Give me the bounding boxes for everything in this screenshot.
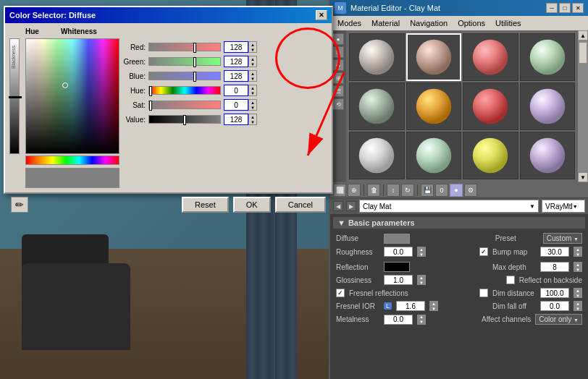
cancel-button[interactable]: Cancel xyxy=(275,197,326,213)
fresnel-ior-spinner[interactable]: ▲ ▼ xyxy=(429,301,438,311)
hue-slider[interactable] xyxy=(148,86,221,95)
affect-channels-dropdown[interactable]: Color only ▼ xyxy=(535,314,582,325)
material-type-dropdown[interactable]: VRayMtl ▼ xyxy=(542,200,585,213)
bump-map-input[interactable] xyxy=(540,247,569,257)
dim-dist-spinner-down[interactable]: ▼ xyxy=(574,293,582,298)
max-depth-spinner-down[interactable]: ▼ xyxy=(574,267,582,272)
preset-dropdown[interactable]: Custom ▼ xyxy=(543,233,582,244)
max-depth-spinner-up[interactable]: ▲ xyxy=(574,262,582,267)
sidebar-icon-2[interactable]: □ xyxy=(332,46,344,58)
sphere-cell-6[interactable] xyxy=(463,82,518,130)
toolbar-btn-2[interactable]: ⊕ xyxy=(348,184,361,197)
dim-falloff-spinner-up[interactable]: ▲ xyxy=(574,301,582,306)
fresnel-ior-spinner-down[interactable]: ▼ xyxy=(429,306,438,311)
sat-spinner-down[interactable]: ▼ xyxy=(249,105,256,110)
metalness-spinner-down[interactable]: ▼ xyxy=(417,320,426,325)
dim-falloff-spinner-down[interactable]: ▼ xyxy=(574,306,582,311)
toolbar-btn-delete[interactable]: 🗑 xyxy=(367,184,380,197)
sphere-cell-2[interactable] xyxy=(463,33,518,81)
glossiness-spinner[interactable]: ▲ ▼ xyxy=(417,275,426,285)
toolbar-btn-4[interactable]: ↻ xyxy=(401,184,414,197)
sphere-cell-10[interactable] xyxy=(463,132,518,179)
max-depth-spinner[interactable]: ▲ ▼ xyxy=(574,262,582,272)
metalness-input[interactable] xyxy=(384,315,413,325)
sat-input[interactable]: 0 xyxy=(224,99,248,111)
blue-slider[interactable] xyxy=(148,72,221,80)
menu-utilities[interactable]: Utilities xyxy=(491,18,525,28)
green-spinner-up[interactable]: ▲ xyxy=(249,56,256,61)
sphere-cell-7[interactable] xyxy=(520,82,576,130)
bump-map-spinner[interactable]: ▲ ▼ xyxy=(574,247,582,257)
sphere-cell-8[interactable] xyxy=(349,132,405,179)
dim-distance-spinner[interactable]: ▲ ▼ xyxy=(574,288,582,298)
reset-button[interactable]: Reset xyxy=(182,197,229,213)
toolbar-btn-num[interactable]: 0 xyxy=(435,184,448,197)
menu-material[interactable]: Material xyxy=(367,18,404,28)
reflect-backside-checkbox[interactable] xyxy=(506,276,515,284)
green-spinner[interactable]: ▲ ▼ xyxy=(248,56,257,67)
fresnel-ior-spinner-up[interactable]: ▲ xyxy=(429,301,438,306)
gloss-spinner-up[interactable]: ▲ xyxy=(417,275,426,280)
blue-spinner-down[interactable]: ▼ xyxy=(249,76,256,81)
gloss-spinner-down[interactable]: ▼ xyxy=(417,280,426,285)
sidebar-icon-5[interactable]: ☰ xyxy=(332,85,344,97)
bump-spinner-up[interactable]: ▲ xyxy=(574,247,582,252)
red-slider[interactable] xyxy=(148,43,221,51)
material-editor-minimize-button[interactable]: ─ xyxy=(546,3,558,13)
sphere-cell-1[interactable] xyxy=(406,33,462,81)
sphere-cell-4[interactable] xyxy=(349,82,405,130)
sphere-cell-9[interactable] xyxy=(406,132,462,179)
material-editor-maximize-button[interactable]: □ xyxy=(559,3,571,13)
sphere-cell-5[interactable] xyxy=(406,82,462,130)
hue-saturation-box[interactable] xyxy=(25,38,119,154)
metalness-spinner[interactable]: ▲ ▼ xyxy=(417,315,426,325)
red-spinner-down[interactable]: ▼ xyxy=(249,47,256,52)
hue-spinner-down[interactable]: ▼ xyxy=(249,90,256,95)
metalness-spinner-up[interactable]: ▲ xyxy=(417,315,426,320)
hue-spinner-up[interactable]: ▲ xyxy=(249,85,256,90)
sidebar-icon-4[interactable]: ⊞ xyxy=(332,72,344,84)
fresnel-ior-input[interactable] xyxy=(396,301,425,311)
toolbar-btn-last[interactable]: ⚙ xyxy=(464,184,477,197)
sidebar-icon-3[interactable]: ◈ xyxy=(332,59,344,71)
red-spinner[interactable]: ▲ ▼ xyxy=(248,41,257,53)
menu-modes[interactable]: Modes xyxy=(333,18,366,28)
sat-spinner[interactable]: ▲ ▼ xyxy=(248,99,257,111)
red-input[interactable]: 128 xyxy=(224,41,248,53)
sidebar-icon-1[interactable]: ● xyxy=(332,33,344,45)
dim-distance-input[interactable] xyxy=(540,288,569,298)
diffuse-swatch[interactable] xyxy=(384,234,410,244)
menu-options[interactable]: Options xyxy=(453,18,490,28)
rainbow-hue-strip[interactable] xyxy=(25,156,119,165)
glossiness-input[interactable] xyxy=(384,275,413,285)
nav-scroll-left[interactable]: ◀ xyxy=(333,201,343,211)
toolbar-btn-save[interactable]: 💾 xyxy=(421,184,434,197)
value-input[interactable]: 128 xyxy=(224,114,248,125)
color-selector-close-button[interactable]: ✕ xyxy=(316,10,327,20)
sphere-cell-0[interactable] xyxy=(349,33,405,81)
sat-slider[interactable] xyxy=(148,101,221,109)
scroll-thumb[interactable] xyxy=(579,42,587,64)
ok-button[interactable]: OK xyxy=(233,197,271,213)
roughness-spinner-up[interactable]: ▲ xyxy=(417,247,426,252)
scroll-up-button[interactable]: ▲ xyxy=(578,30,588,41)
value-slider[interactable] xyxy=(148,115,221,124)
value-spinner[interactable]: ▲ ▼ xyxy=(248,114,257,125)
reflection-swatch[interactable] xyxy=(384,262,410,272)
dim-distance-checkbox[interactable] xyxy=(479,289,488,297)
blue-input[interactable]: 128 xyxy=(224,70,248,82)
value-spinner-up[interactable]: ▲ xyxy=(249,114,256,119)
basic-parameters-header[interactable]: ▼ Basic parameters xyxy=(333,217,585,229)
dim-falloff-spinner[interactable]: ▲ ▼ xyxy=(574,301,582,311)
sphere-cell-11[interactable] xyxy=(520,132,576,179)
dim-dist-spinner-up[interactable]: ▲ xyxy=(574,288,582,293)
sat-spinner-up[interactable]: ▲ xyxy=(249,100,256,105)
roughness-input[interactable] xyxy=(384,247,413,257)
value-spinner-down[interactable]: ▼ xyxy=(249,119,256,124)
dim-falloff-input[interactable] xyxy=(540,301,569,311)
material-name-dropdown[interactable]: Clay Mat ▼ xyxy=(359,200,539,213)
bump-spinner-down[interactable]: ▼ xyxy=(574,252,582,257)
sidebar-icon-6[interactable]: ⟲ xyxy=(332,98,344,110)
menu-navigation[interactable]: Navigation xyxy=(406,18,452,28)
fresnel-reflections-checkbox[interactable] xyxy=(336,289,345,297)
